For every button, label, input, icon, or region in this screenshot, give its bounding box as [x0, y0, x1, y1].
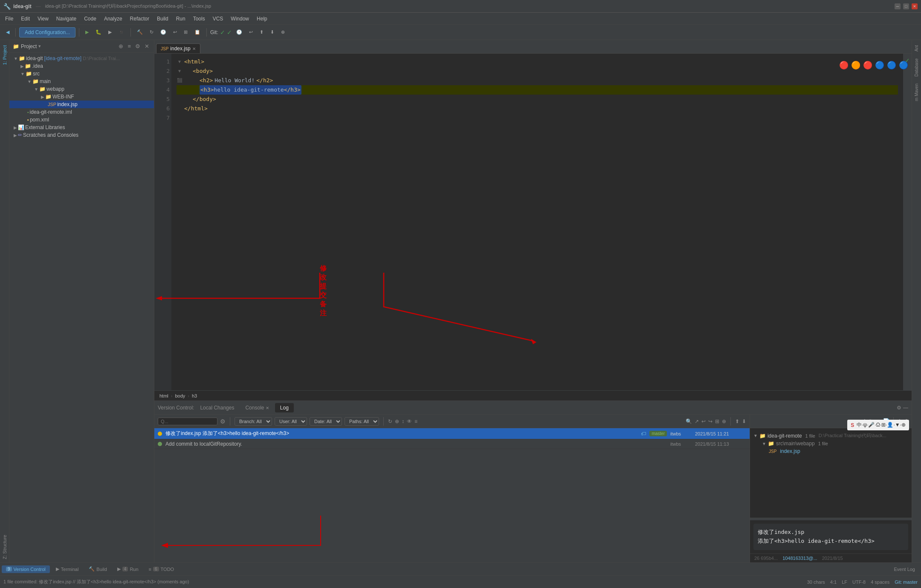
log-entry-1[interactable]: 修改了index.jsp 添加了<h3>hello idea-git-remot… — [154, 428, 750, 439]
git-log-button[interactable]: 🕐 — [234, 28, 245, 36]
tree-root-item[interactable]: ▼ 📁 idea-git [idea-git-remote] D:\Practi… — [9, 55, 154, 62]
detail-subfolder-item[interactable]: ▼ 📁 src\main\webapp 1 file — [753, 440, 908, 447]
tree-main-item[interactable]: ▼ 📁 main — [9, 78, 154, 85]
code-content[interactable]: ▼ <html> ▼ <body> ⬛ <h2> Hello World! </… — [171, 54, 903, 390]
git-update-button[interactable]: ⬇ — [268, 28, 277, 36]
panel-settings-button[interactable]: ⚙ — [134, 43, 142, 50]
tree-webapp-item[interactable]: ▼ 📁 webapp — [9, 85, 154, 93]
console-close[interactable]: ✕ — [266, 406, 269, 410]
locate-file-button[interactable]: ⊕ — [117, 43, 125, 50]
refresh-button[interactable]: ↻ — [147, 28, 156, 36]
log-sort-btn[interactable]: ↕ — [402, 418, 404, 424]
git-push-button[interactable]: ⬆ — [257, 28, 266, 36]
run-tab-num: 4 — [122, 567, 128, 571]
close-button[interactable]: ✕ — [912, 3, 918, 9]
tree-scratches-item[interactable]: ▶ ✏ Scratches and Consoles — [9, 131, 154, 139]
log-tool-expand[interactable]: ↗ — [695, 418, 699, 424]
log-tool-compare[interactable]: ⊞ — [715, 418, 719, 424]
menu-code[interactable]: Code — [81, 14, 100, 23]
git-check2-icon: ✓ — [227, 29, 232, 36]
menu-edit[interactable]: Edit — [17, 14, 33, 23]
maven-panel-tab[interactable]: m Maven — [913, 80, 920, 104]
build-button[interactable]: 🔨 — [134, 28, 145, 36]
log-search-input[interactable] — [158, 418, 217, 425]
panel-minimize-icon[interactable]: — — [903, 405, 908, 411]
tree-src-item[interactable]: ▼ 📁 src — [9, 70, 154, 78]
run-with-coverage-button[interactable]: ▶ — [106, 28, 114, 36]
history-button[interactable]: 🕐 — [158, 28, 169, 36]
menu-view[interactable]: View — [34, 14, 52, 23]
log-tool-up[interactable]: ⬆ — [735, 418, 739, 424]
menu-vcs[interactable]: VCS — [209, 14, 227, 23]
tool-tab-version-control[interactable]: 9 Version Control — [2, 565, 50, 573]
menu-refactor[interactable]: Refactor — [127, 14, 153, 23]
menu-help[interactable]: Help — [253, 14, 271, 23]
debug-button[interactable]: 🐛 — [93, 28, 104, 36]
menu-file[interactable]: File — [2, 14, 17, 23]
log-expand-btn[interactable]: ⊕ — [395, 418, 399, 424]
editor-tab-indexjsp[interactable]: JSP index.jsp ✕ — [156, 43, 200, 53]
collapse-all-button[interactable]: ≡ — [126, 43, 132, 50]
tree-scratches-label: Scratches and Consoles — [23, 132, 78, 138]
tree-idea-item[interactable]: ▶ 📁 .idea — [9, 62, 154, 70]
detail-root-item[interactable]: ▼ 📁 idea-git-remote 1 file D:\Practical … — [753, 432, 908, 440]
menu-tools[interactable]: Tools — [190, 14, 209, 23]
tree-pom-item[interactable]: ▪ pom.xml — [9, 116, 154, 124]
tool-tab-todo[interactable]: ≡ 6 TODO — [145, 565, 179, 573]
project-side-tab[interactable]: 1: Project — [1, 42, 9, 68]
menu-navigate[interactable]: Navigate — [53, 14, 80, 23]
log-search-btn[interactable]: 🔍 — [686, 418, 692, 424]
tab-close-button[interactable]: ✕ — [192, 46, 196, 51]
tree-iml-item[interactable]: ▪ idea-git-remote.iml — [9, 108, 154, 116]
run-button[interactable]: ▶ — [83, 28, 91, 36]
tab-log[interactable]: Log — [275, 403, 294, 412]
log-tool-down[interactable]: ⬇ — [742, 418, 746, 424]
main-folder-icon: 📁 — [32, 78, 39, 84]
tree-indexjsp-item[interactable]: JSP index.jsp — [9, 101, 154, 108]
stop-button[interactable]: ◾ — [116, 28, 127, 36]
tab-local-changes[interactable]: Local Changes — [195, 403, 239, 412]
paths-filter[interactable]: Paths: All — [345, 417, 379, 426]
tree-webinf-item[interactable]: ▶ 📁 WEB-INF — [9, 93, 154, 101]
detail-file-item[interactable]: JSP index.jsp — [753, 447, 908, 455]
log-tool-back[interactable]: ↩ — [701, 418, 706, 424]
log-search-settings[interactable]: ⚙ — [220, 418, 226, 425]
compare-button[interactable]: ⊞ — [181, 28, 190, 36]
tab-console[interactable]: Console ✕ — [240, 403, 274, 412]
vcs-button[interactable]: 📋 — [192, 28, 203, 36]
menu-window[interactable]: Window — [227, 14, 252, 23]
log-refresh-btn[interactable]: ↻ — [388, 418, 392, 424]
toolbar-back-btn[interactable]: ◀ — [3, 28, 12, 36]
ant-panel-tab[interactable]: Ant — [913, 42, 920, 55]
log-show-graph-btn[interactable]: 👁 — [407, 418, 412, 424]
add-configuration-button[interactable]: Add Configuration... — [19, 27, 75, 37]
tool-tab-event-log[interactable]: Event Log — [889, 565, 919, 573]
build-label: Build — [96, 567, 107, 572]
log-tool-forward[interactable]: ↪ — [708, 418, 712, 424]
date-filter[interactable]: Date: All — [310, 417, 342, 426]
log-tool-branch[interactable]: ⊕ — [722, 418, 726, 424]
menu-analyze[interactable]: Analyze — [101, 14, 126, 23]
git-check-icon: ✓ — [220, 29, 225, 36]
menu-build[interactable]: Build — [154, 14, 172, 23]
database-panel-tab[interactable]: Database — [913, 55, 920, 80]
undo-button[interactable]: ↩ — [171, 28, 180, 36]
tool-tab-build[interactable]: 🔨 Build — [84, 565, 111, 573]
log-user-2: itwbs — [670, 441, 692, 447]
tree-extlib-item[interactable]: ▶ 📊 External Libraries — [9, 124, 154, 131]
git-share-button[interactable]: ⊕ — [278, 28, 287, 36]
tool-tab-run[interactable]: ▶ 4 Run — [113, 565, 143, 573]
log-filter-btn[interactable]: ≡ — [414, 418, 417, 424]
minimize-button[interactable]: ─ — [895, 3, 901, 9]
menu-run[interactable]: Run — [173, 14, 189, 23]
log-entry-2[interactable]: Add commit to localGitRepository. itwbs … — [154, 439, 750, 449]
branch-filter[interactable]: Branch: All — [235, 417, 272, 426]
user-filter[interactable]: User: All — [275, 417, 307, 426]
tool-tab-terminal[interactable]: ▶ Terminal — [52, 565, 83, 573]
panel-close-button[interactable]: ✕ — [143, 43, 151, 50]
panel-settings-icon[interactable]: ⚙ — [897, 405, 901, 411]
maximize-button[interactable]: □ — [903, 3, 909, 9]
structure-side-tab[interactable]: Z: Structure — [1, 531, 9, 562]
detail-scrollbar[interactable] — [750, 518, 912, 520]
git-undo-button[interactable]: ↩ — [246, 28, 255, 36]
